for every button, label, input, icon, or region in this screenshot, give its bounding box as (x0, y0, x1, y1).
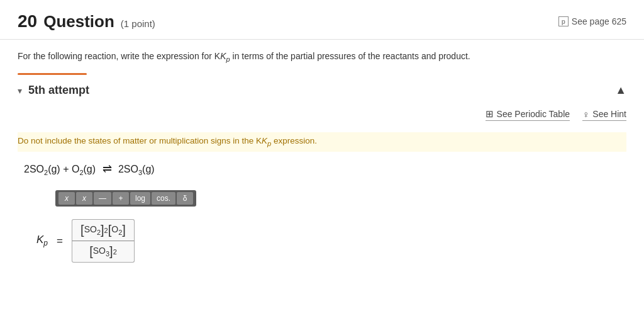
periodic-table-label: See Periodic Table (497, 109, 570, 119)
orange-bar (18, 73, 87, 75)
fraction-numerator: [ SO2 ] 2 [ O2 ] (72, 219, 135, 241)
content-area: Do not include the states of matter or m… (0, 126, 644, 275)
warning-text: Do not include the states of matter or m… (18, 132, 626, 152)
question-label: Question (43, 12, 114, 31)
hint-label: See Hint (592, 109, 626, 119)
page-header: 20 Question (1 point) p See page 625 (0, 0, 644, 40)
question-number: 20 (18, 11, 37, 31)
math-btn-x2[interactable]: x (76, 192, 92, 205)
attempt-section: ▾ 5th attempt ▲ (0, 75, 644, 102)
math-btn-plus[interactable]: + (113, 192, 129, 205)
equilibrium-arrow: ⇌ (103, 162, 112, 175)
question-text-area: For the following reaction, write the ex… (0, 40, 644, 64)
fraction-denominator: [ SO3 ] 2 (72, 241, 135, 263)
fraction: [ SO2 ] 2 [ O2 ] [ SO3 ] 2 (72, 219, 135, 263)
question-points: (1 point) (121, 18, 155, 29)
math-btn-x1[interactable]: x (58, 192, 75, 205)
question-title-area: 20 Question (1 point) (18, 11, 155, 31)
see-page-link[interactable]: p See page 625 (558, 16, 626, 26)
attempt-left: ▾ 5th attempt (18, 84, 89, 97)
see-page-label: See page 625 (572, 16, 626, 26)
attempt-label: 5th attempt (28, 84, 89, 97)
math-btn-delta[interactable]: δ (177, 192, 193, 205)
kp-label: Kp (36, 234, 48, 247)
toolbar-row: ⊞ See Periodic Table ♀ See Hint (0, 102, 644, 126)
math-btn-cos[interactable]: cos. (152, 192, 175, 205)
collapse-icon[interactable]: ▲ (615, 84, 626, 97)
periodic-table-icon: ⊞ (486, 108, 494, 120)
reaction-equation: 2SO2(g) + O2(g) ⇌ 2SO3(g) (18, 162, 626, 176)
math-btn-fraction[interactable]: — (94, 192, 111, 205)
divider-area (0, 64, 644, 75)
math-toolbar: x x — + log cos. δ (55, 190, 196, 207)
periodic-table-link[interactable]: ⊞ See Periodic Table (486, 108, 570, 121)
hint-link[interactable]: ♀ See Hint (582, 109, 626, 121)
math-btn-log[interactable]: log (130, 192, 150, 205)
kp-expression: Kp = [ SO2 ] 2 [ O2 ] [ SO3 ] 2 (18, 219, 626, 263)
equals-sign: = (57, 235, 63, 247)
question-text: For the following reaction, write the ex… (18, 50, 626, 64)
hint-icon: ♀ (582, 109, 589, 120)
page-icon: p (558, 16, 569, 26)
chevron-down-icon[interactable]: ▾ (18, 86, 22, 96)
